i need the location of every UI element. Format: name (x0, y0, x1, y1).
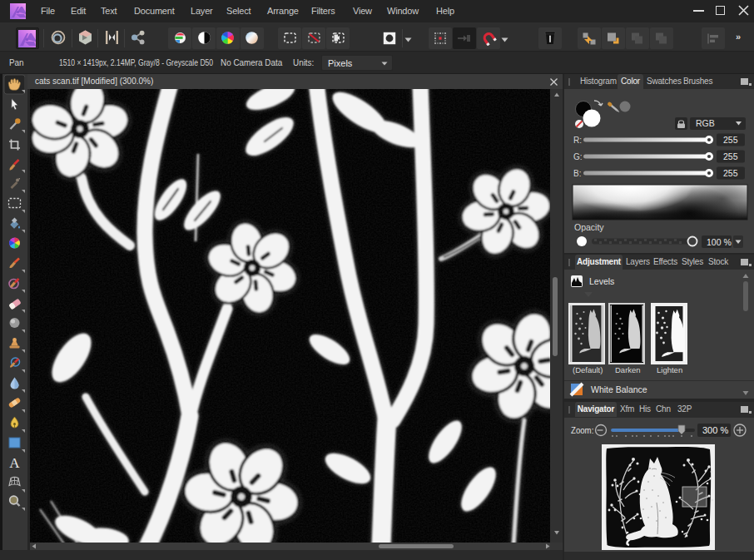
svg-text:Opacity: Opacity (574, 222, 604, 232)
svg-text:Zoom:: Zoom: (571, 426, 593, 435)
svg-text:Levels: Levels (589, 276, 614, 286)
svg-text:White Balance: White Balance (591, 384, 647, 394)
svg-text:B:: B: (573, 169, 581, 178)
svg-text:A: A (9, 455, 20, 471)
svg-text:Lighten: Lighten (657, 365, 682, 374)
svg-text:R:: R: (573, 136, 582, 145)
svg-text:255: 255 (723, 151, 738, 161)
svg-text:100 %: 100 % (707, 237, 732, 247)
svg-text:G:: G: (573, 152, 583, 161)
svg-text:255: 255 (723, 168, 738, 178)
svg-text:Darken: Darken (615, 365, 641, 374)
svg-text:255: 255 (723, 135, 738, 145)
svg-text:(Default): (Default) (573, 365, 603, 374)
svg-text:300 %: 300 % (702, 425, 728, 435)
svg-text:RGB: RGB (696, 118, 715, 128)
